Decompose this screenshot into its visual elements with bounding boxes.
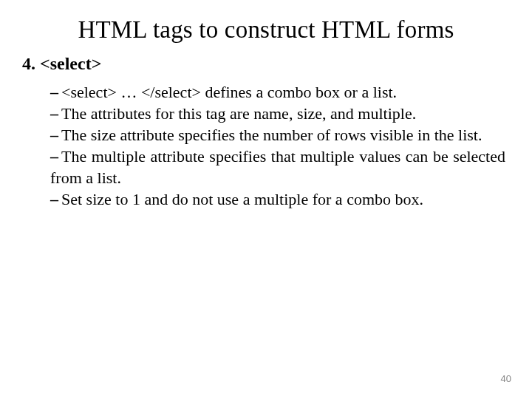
bullet-text: The attributes for this tag are name, si…: [61, 104, 416, 123]
section-number: 4.: [22, 54, 35, 73]
list-item: –The attributes for this tag are name, s…: [50, 103, 505, 124]
dash-icon: –: [50, 83, 58, 101]
bullet-list: –<select> … </select> defines a combo bo…: [27, 81, 505, 210]
bullet-text: The size attribute specifies the number …: [61, 126, 482, 144]
list-item: –The multiple attribute specifies that m…: [50, 146, 505, 188]
dash-icon: –: [50, 190, 58, 208]
list-item: –Set size to 1 and do not use a multiple…: [50, 188, 505, 210]
dash-icon: –: [50, 104, 58, 123]
bullet-text: Set size to 1 and do not use a multiple …: [61, 190, 423, 208]
page-number: 40: [501, 373, 511, 384]
dash-icon: –: [50, 126, 58, 144]
section-tag: <select>: [40, 54, 101, 73]
dash-icon: –: [50, 147, 58, 166]
bullet-text: <select> … </select> defines a combo box…: [61, 83, 397, 101]
bullet-text: The multiple attribute specifies that mu…: [50, 147, 505, 187]
slide-title: HTML tags to construct HTML forms: [27, 16, 505, 44]
list-item: –<select> … </select> defines a combo bo…: [50, 81, 505, 103]
list-item: –The size attribute specifies the number…: [50, 124, 505, 146]
section-heading: 4. <select>: [22, 54, 505, 74]
